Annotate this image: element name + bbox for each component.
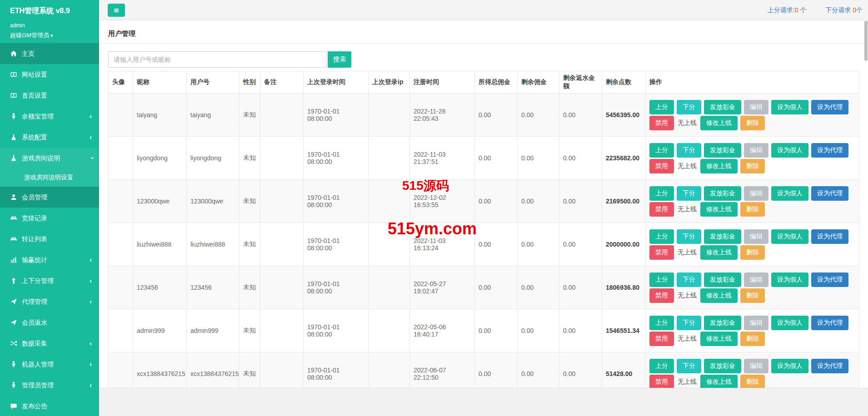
disable-button[interactable]: 禁用 <box>649 375 674 389</box>
modify-upline-button[interactable]: 修改上线 <box>700 202 738 217</box>
sidebar-item-上下分管理[interactable]: 上下分管理‹ <box>0 270 99 291</box>
add-points-button[interactable]: 上分 <box>649 186 674 201</box>
sidebar-item-游戏房间说明[interactable]: 游戏房间说明‹ <box>0 148 99 168</box>
home-icon <box>10 50 17 57</box>
modify-upline-button[interactable]: 修改上线 <box>700 375 738 389</box>
add-points-button[interactable]: 上分 <box>649 143 674 158</box>
sidebar-item-网站设置[interactable]: 网站设置 <box>0 64 99 85</box>
sidebar-item-主页[interactable]: 主页 <box>0 43 99 64</box>
disable-button[interactable]: 禁用 <box>649 245 674 260</box>
modify-upline-button[interactable]: 修改上线 <box>700 332 738 346</box>
set-agent-button[interactable]: 设为代理 <box>811 143 848 158</box>
set-agent-button[interactable]: 设为代理 <box>811 229 848 244</box>
set-agent-button[interactable]: 设为代理 <box>811 359 848 373</box>
page-title: 用户管理 <box>99 20 868 38</box>
deduct-points-button[interactable]: 下分 <box>677 272 701 287</box>
down-request-link[interactable]: 下分请求 0个 <box>825 6 863 14</box>
deduct-points-button[interactable]: 下分 <box>677 359 701 373</box>
edit-button[interactable]: 编辑 <box>744 186 768 201</box>
search-input[interactable] <box>108 51 326 68</box>
cell-username: 123000qwe <box>187 180 239 223</box>
add-points-button[interactable]: 上分 <box>649 229 674 244</box>
grant-bonus-button[interactable]: 发放彩金 <box>704 100 741 114</box>
set-fake-user-button[interactable]: 设为假人 <box>771 272 808 287</box>
sidebar-item-发布公告[interactable]: 发布公告 <box>0 396 99 416</box>
columns-icon <box>10 92 17 99</box>
cell-last_login_ip <box>369 94 410 137</box>
sidebar-item-机器人管理[interactable]: 机器人管理‹ <box>0 354 99 375</box>
grant-bonus-button[interactable]: 发放彩金 <box>704 143 741 158</box>
delete-button[interactable]: 删除 <box>740 202 765 217</box>
edit-button[interactable]: 编辑 <box>744 143 768 158</box>
delete-button[interactable]: 删除 <box>740 332 765 346</box>
role-dropdown[interactable]: 超级GM管理员▾ <box>10 31 99 40</box>
cell-username: liyongdong <box>187 137 239 180</box>
edit-button[interactable]: 编辑 <box>744 272 768 287</box>
sidebar-item-会员返水[interactable]: 会员返水 <box>0 312 99 333</box>
modify-upline-button[interactable]: 修改上线 <box>700 245 738 260</box>
disable-button[interactable]: 禁用 <box>649 116 674 130</box>
modify-upline-button[interactable]: 修改上线 <box>700 116 738 130</box>
column-header: 剩余点数 <box>602 71 646 94</box>
disable-button[interactable]: 禁用 <box>649 288 674 303</box>
set-fake-user-button[interactable]: 设为假人 <box>771 186 808 201</box>
modify-upline-button[interactable]: 修改上线 <box>700 288 738 303</box>
edit-button[interactable]: 编辑 <box>744 229 768 244</box>
grant-bonus-button[interactable]: 发放彩金 <box>704 316 741 330</box>
cell-avatar <box>109 266 133 309</box>
sidebar-item-输赢统计[interactable]: 输赢统计‹ <box>0 249 99 270</box>
set-fake-user-button[interactable]: 设为假人 <box>771 100 808 114</box>
deduct-points-button[interactable]: 下分 <box>677 186 701 201</box>
sidebar-item-余额宝管理[interactable]: 余额宝管理‹ <box>0 106 99 127</box>
grant-bonus-button[interactable]: 发放彩金 <box>704 186 741 201</box>
sidebar-item-label: 竞猜记录 <box>22 214 47 222</box>
scrollbar-thumb[interactable] <box>864 21 868 61</box>
edit-button[interactable]: 编辑 <box>744 100 768 114</box>
add-points-button[interactable]: 上分 <box>649 100 674 114</box>
set-fake-user-button[interactable]: 设为假人 <box>771 316 808 330</box>
sidebar-item-数据采集[interactable]: 数据采集‹ <box>0 333 99 354</box>
add-points-button[interactable]: 上分 <box>649 359 674 373</box>
deduct-points-button[interactable]: 下分 <box>677 143 701 158</box>
cell-register_time: 2022-11-28 22:05:43 <box>410 94 475 137</box>
set-agent-button[interactable]: 设为代理 <box>811 186 848 201</box>
modify-upline-button[interactable]: 修改上线 <box>700 159 738 173</box>
disable-button[interactable]: 禁用 <box>649 159 674 173</box>
delete-button[interactable]: 删除 <box>740 116 765 130</box>
set-agent-button[interactable]: 设为代理 <box>811 272 848 287</box>
deduct-points-button[interactable]: 下分 <box>677 316 701 330</box>
sidebar-toggle-button[interactable] <box>108 4 125 17</box>
delete-button[interactable]: 删除 <box>740 245 765 260</box>
deduct-points-button[interactable]: 下分 <box>677 229 701 244</box>
set-agent-button[interactable]: 设为代理 <box>811 100 848 114</box>
deduct-points-button[interactable]: 下分 <box>677 100 701 114</box>
sidebar-item-管理员管理[interactable]: 管理员管理‹ <box>0 375 99 396</box>
sidebar-item-label: 发布公告 <box>22 402 47 410</box>
delete-button[interactable]: 删除 <box>740 159 765 173</box>
cell-remark <box>260 137 304 180</box>
sidebar-item-首页设置[interactable]: 首页设置 <box>0 85 99 106</box>
sidebar-subitem-游戏房间说明设置[interactable]: 游戏房间说明设置 <box>0 168 99 187</box>
grant-bonus-button[interactable]: 发放彩金 <box>704 272 741 287</box>
edit-button[interactable]: 编辑 <box>744 316 768 330</box>
edit-button[interactable]: 编辑 <box>744 359 768 373</box>
disable-button[interactable]: 禁用 <box>649 202 674 217</box>
delete-button[interactable]: 删除 <box>740 288 765 303</box>
set-fake-user-button[interactable]: 设为假人 <box>771 143 808 158</box>
add-points-button[interactable]: 上分 <box>649 316 674 330</box>
set-fake-user-button[interactable]: 设为假人 <box>771 229 808 244</box>
grant-bonus-button[interactable]: 发放彩金 <box>704 359 741 373</box>
sidebar-item-转让列表[interactable]: 转让列表 <box>0 228 99 249</box>
sidebar-item-会员管理[interactable]: 会员管理 <box>0 187 99 208</box>
delete-button[interactable]: 删除 <box>740 375 765 389</box>
set-agent-button[interactable]: 设为代理 <box>811 316 848 330</box>
add-points-button[interactable]: 上分 <box>649 272 674 287</box>
grant-bonus-button[interactable]: 发放彩金 <box>704 229 741 244</box>
disable-button[interactable]: 禁用 <box>649 332 674 346</box>
up-request-link[interactable]: 上分请求:0 个 <box>768 6 807 14</box>
sidebar-item-竞猜记录[interactable]: 竞猜记录 <box>0 208 99 228</box>
sidebar-item-代理管理[interactable]: 代理管理‹ <box>0 291 99 312</box>
search-button[interactable]: 搜索 <box>328 51 351 68</box>
set-fake-user-button[interactable]: 设为假人 <box>771 359 808 373</box>
sidebar-item-系统配置[interactable]: 系统配置‹ <box>0 127 99 148</box>
